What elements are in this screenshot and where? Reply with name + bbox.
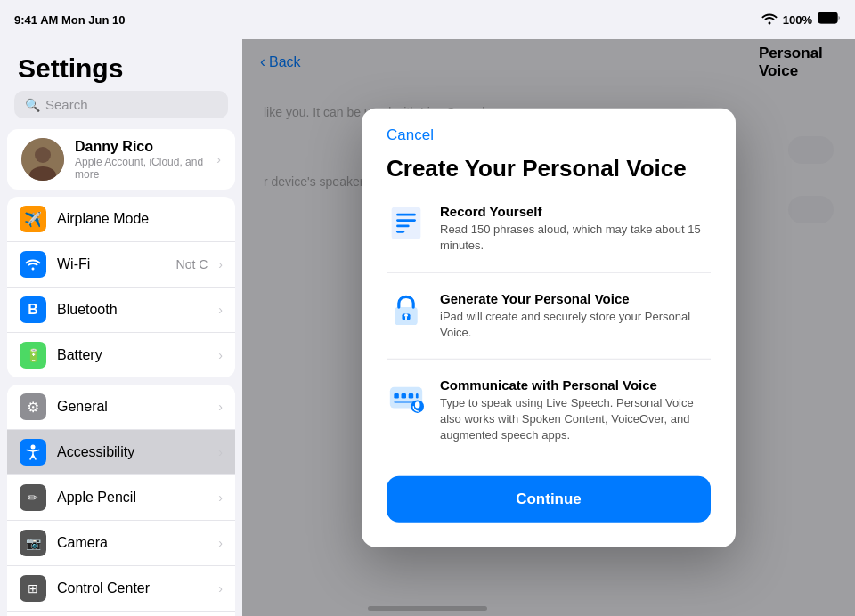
continue-button[interactable]: Continue [387, 475, 711, 522]
control-center-icon: ⊞ [20, 575, 46, 602]
battery-settings-icon: 🔋 [20, 342, 46, 369]
sidebar-item-control-center[interactable]: ⊞ Control Center › [7, 566, 235, 612]
divider-2 [387, 359, 711, 360]
control-center-label: Control Center [57, 580, 208, 596]
sidebar-item-general[interactable]: ⚙ General › [7, 385, 235, 430]
battery-chevron: › [218, 348, 223, 362]
wifi-settings-icon [20, 251, 46, 278]
general-chevron: › [218, 400, 223, 414]
right-panel: ‹ Back Personal Voice like you. It can b… [242, 39, 855, 616]
svg-rect-9 [396, 225, 410, 228]
sidebar-item-bluetooth[interactable]: B Bluetooth › [7, 288, 235, 333]
accessibility-icon [20, 439, 46, 466]
step-generate-desc: iPad will create and securely store your… [440, 308, 711, 340]
svg-rect-7 [396, 214, 416, 216]
search-icon: 🔍 [25, 98, 40, 112]
sidebar-item-accessibility[interactable]: Accessibility › [7, 430, 235, 475]
bluetooth-icon: B [20, 296, 46, 323]
sidebar-item-battery[interactable]: 🔋 Battery › [7, 333, 235, 377]
svg-rect-18 [409, 393, 413, 398]
svg-rect-22 [415, 401, 419, 408]
home-indicator [368, 606, 487, 611]
user-row-chevron: › [216, 152, 221, 166]
app-container: Settings 🔍 Search Danny Rico Apple Accou… [0, 39, 855, 616]
battery-label: Battery [57, 347, 208, 363]
step-generate-title: Generate Your Personal Voice [440, 290, 711, 305]
svg-point-3 [35, 147, 51, 163]
communicate-icon [387, 377, 426, 417]
battery-percentage: 100% [783, 13, 812, 27]
general-label: General [57, 399, 208, 415]
step-record-title: Record Yourself [440, 204, 711, 219]
search-placeholder: Search [45, 97, 88, 112]
user-row[interactable]: Danny Rico Apple Account, iCloud, and mo… [7, 129, 235, 190]
user-info: Danny Rico Apple Account, iCloud, and mo… [75, 139, 206, 181]
svg-rect-8 [396, 219, 416, 222]
step-communicate-text: Communicate with Personal Voice Type to … [440, 377, 711, 444]
camera-label: Camera [57, 535, 208, 551]
sidebar-title: Settings [0, 39, 242, 91]
camera-chevron: › [218, 536, 223, 550]
status-time: 9:41 AM Mon Jun 10 [14, 13, 125, 27]
sidebar-item-camera[interactable]: 📷 Camera › [7, 521, 235, 566]
status-icons: 100% [761, 12, 841, 28]
cancel-button[interactable]: Cancel [387, 126, 434, 144]
generate-icon [387, 290, 426, 329]
bluetooth-label: Bluetooth [57, 302, 208, 318]
wifi-chevron: › [218, 257, 223, 272]
divider-1 [387, 272, 711, 272]
accessibility-chevron: › [218, 445, 223, 459]
sidebar-item-apple-pencil[interactable]: ✏ Apple Pencil › [7, 475, 235, 521]
svg-point-13 [404, 313, 408, 317]
camera-icon: 📷 [20, 530, 46, 556]
wifi-icon [761, 12, 778, 28]
avatar [21, 138, 64, 181]
battery-icon [818, 12, 841, 28]
status-bar: 9:41 AM Mon Jun 10 100% [0, 0, 855, 39]
svg-rect-6 [392, 207, 421, 239]
svg-rect-17 [402, 393, 406, 398]
wifi-label: Wi-Fi [57, 256, 166, 272]
sidebar-item-wifi[interactable]: Wi-Fi Not C › [7, 242, 235, 288]
control-center-chevron: › [218, 581, 223, 596]
svg-point-5 [31, 445, 36, 450]
step-generate-text: Generate Your Personal Voice iPad will c… [440, 290, 711, 340]
apple-pencil-label: Apple Pencil [57, 490, 208, 506]
svg-rect-1 [819, 13, 837, 23]
accessibility-label: Accessibility [57, 444, 208, 460]
sidebar-item-display[interactable]: ☀ Display & Brightness › [7, 612, 235, 616]
sidebar: Settings 🔍 Search Danny Rico Apple Accou… [0, 39, 242, 616]
airplane-mode-label: Airplane Mode [57, 211, 223, 227]
search-bar[interactable]: 🔍 Search [14, 91, 228, 118]
general-icon: ⚙ [20, 393, 46, 420]
step-communicate: Communicate with Personal Voice Type to … [387, 377, 711, 444]
step-communicate-title: Communicate with Personal Voice [440, 377, 711, 393]
wifi-value: Not C [176, 257, 208, 272]
settings-section-general: ⚙ General › Accessibility › [7, 385, 235, 616]
step-communicate-desc: Type to speak using Live Speech. Persona… [440, 395, 711, 444]
svg-rect-10 [396, 231, 404, 233]
settings-section-connectivity: ✈️ Airplane Mode Wi-Fi Not C › B Bluetoo… [7, 197, 235, 377]
record-icon [387, 204, 426, 243]
user-name: Danny Rico [75, 139, 206, 155]
step-record-desc: Read 150 phrases aloud, which may take a… [440, 222, 711, 254]
modal-title: Create Your Personal Voice [387, 155, 711, 182]
apple-pencil-icon: ✏ [20, 484, 46, 511]
step-record: Record Yourself Read 150 phrases aloud, … [387, 204, 711, 254]
step-record-text: Record Yourself Read 150 phrases aloud, … [440, 204, 711, 254]
step-generate: Generate Your Personal Voice iPad will c… [387, 290, 711, 340]
create-personal-voice-modal: Cancel Create Your Personal Voice Record… [362, 109, 736, 547]
svg-rect-16 [394, 393, 398, 398]
user-sub: Apple Account, iCloud, and more [75, 156, 206, 181]
airplane-mode-icon: ✈️ [20, 206, 46, 232]
apple-pencil-chevron: › [218, 490, 223, 505]
sidebar-item-airplane-mode[interactable]: ✈️ Airplane Mode [7, 197, 235, 242]
svg-rect-19 [416, 393, 419, 398]
bluetooth-chevron: › [218, 303, 223, 317]
